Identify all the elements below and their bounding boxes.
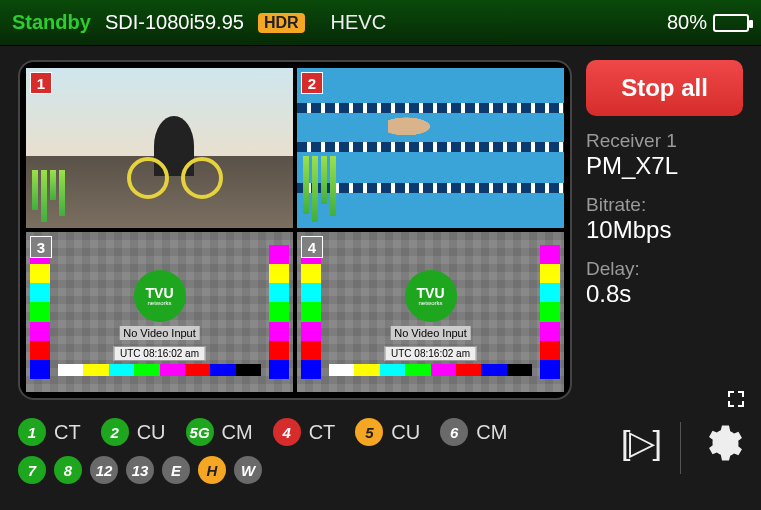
status-label: Standby — [12, 11, 91, 34]
connection-dot[interactable]: 4 — [273, 418, 301, 446]
no-video-label: No Video Input — [390, 326, 471, 340]
gear-icon[interactable] — [701, 422, 743, 468]
side-panel: Stop all Receiver 1 PM_X7L Bitrate: 10Mb… — [582, 46, 761, 410]
divider — [680, 422, 681, 474]
connection-dot[interactable]: E — [162, 456, 190, 484]
tvu-logo-icon: TVUnetworks — [405, 270, 457, 322]
connection-indicators: 1CT2CU5GCM4CT5CU6CM 781213EHW — [18, 418, 621, 510]
audio-meter-icon — [303, 156, 336, 222]
playback-icon[interactable]: [▷] — [621, 422, 660, 462]
connection-dot[interactable]: 6 — [440, 418, 468, 446]
test-pattern: TVUnetworks No Video Input UTC 08:16:02 … — [26, 232, 293, 392]
connection-label: CU — [137, 421, 166, 444]
connection-dot[interactable]: H — [198, 456, 226, 484]
video-thumbnail — [26, 68, 293, 228]
connection-dot[interactable]: 7 — [18, 456, 46, 484]
cell-number-badge: 2 — [301, 72, 323, 94]
connection-label: CT — [54, 421, 81, 444]
battery-percent: 80% — [667, 11, 707, 34]
codec-label: HEVC — [331, 11, 387, 34]
preview-cell-3[interactable]: 3 TVUnetworks No Video Input UTC 08:16:0… — [26, 232, 293, 392]
preview-cell-2[interactable]: 2 — [297, 68, 564, 228]
video-thumbnail — [297, 68, 564, 228]
bitrate-info: Bitrate: 10Mbps — [586, 194, 743, 244]
bitrate-value: 10Mbps — [586, 216, 743, 244]
cell-number-badge: 4 — [301, 236, 323, 258]
cell-number-badge: 3 — [30, 236, 52, 258]
bitrate-label: Bitrate: — [586, 194, 743, 216]
receiver-label: Receiver 1 — [586, 130, 743, 152]
test-pattern: TVUnetworks No Video Input UTC 08:16:02 … — [297, 232, 564, 392]
connection-dot[interactable]: 5 — [355, 418, 383, 446]
tvu-logo-icon: TVUnetworks — [134, 270, 186, 322]
receiver-info: Receiver 1 PM_X7L — [586, 130, 743, 180]
hdr-badge: HDR — [258, 13, 305, 33]
expand-icon[interactable] — [727, 390, 745, 412]
delay-info: Delay: 0.8s — [586, 258, 743, 308]
connection-dot[interactable]: 13 — [126, 456, 154, 484]
cell-number-badge: 1 — [30, 72, 52, 94]
connection-dot[interactable]: W — [234, 456, 262, 484]
preview-cell-4[interactable]: 4 TVUnetworks No Video Input UTC 08:16:0… — [297, 232, 564, 392]
utc-timestamp: UTC 08:16:02 am — [113, 346, 206, 361]
connection-dot[interactable]: 5G — [186, 418, 214, 446]
connection-dot[interactable]: 8 — [54, 456, 82, 484]
connection-label: CM — [476, 421, 507, 444]
battery-icon — [713, 14, 749, 32]
connection-label: CM — [222, 421, 253, 444]
no-video-label: No Video Input — [119, 326, 200, 340]
stop-all-button[interactable]: Stop all — [586, 60, 743, 116]
delay-value: 0.8s — [586, 280, 743, 308]
connection-dot[interactable]: 1 — [18, 418, 46, 446]
preview-cell-1[interactable]: 1 — [26, 68, 293, 228]
connection-label: CU — [391, 421, 420, 444]
bottom-bar: 1CT2CU5GCM4CT5CU6CM 781213EHW [▷] — [0, 410, 761, 510]
header-bar: Standby SDI-1080i59.95 HDR HEVC 80% — [0, 0, 761, 46]
receiver-value: PM_X7L — [586, 152, 743, 180]
audio-meter-icon — [32, 170, 65, 222]
connection-label: CT — [309, 421, 336, 444]
multiview-grid[interactable]: 1 2 3 — [18, 60, 572, 400]
battery-indicator: 80% — [667, 11, 749, 34]
delay-label: Delay: — [586, 258, 743, 280]
video-format: SDI-1080i59.95 — [105, 11, 244, 34]
connection-dot[interactable]: 12 — [90, 456, 118, 484]
utc-timestamp: UTC 08:16:02 am — [384, 346, 477, 361]
connection-dot[interactable]: 2 — [101, 418, 129, 446]
